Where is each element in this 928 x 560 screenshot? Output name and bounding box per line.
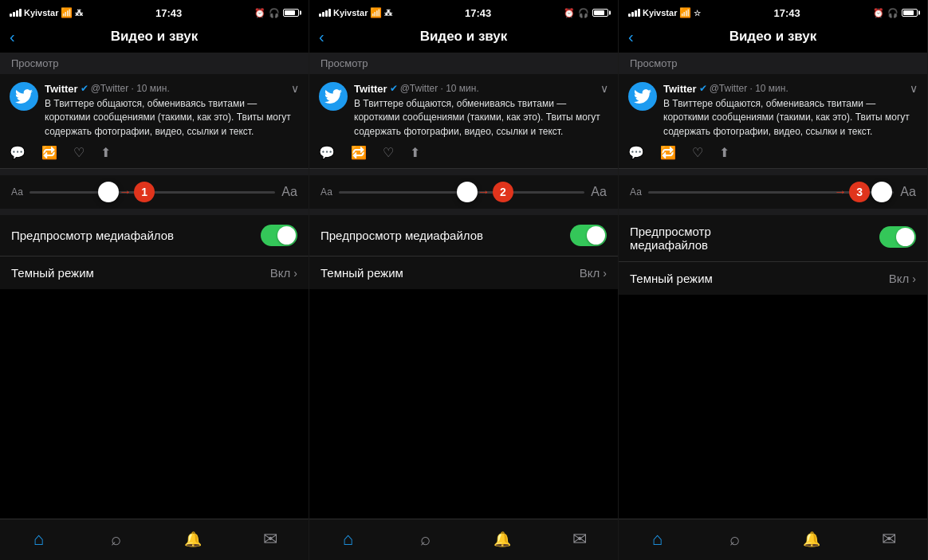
dark-mode-row-3[interactable]: Темный режим Вкл › bbox=[619, 262, 927, 295]
tweet-more-2[interactable]: ∨ bbox=[600, 82, 608, 95]
media-preview-label-3: Предпросмотр медиафайлов bbox=[630, 225, 711, 252]
like-icon-3[interactable]: ♡ bbox=[692, 145, 703, 160]
tab-notifications-2[interactable]: 🔔 bbox=[464, 531, 541, 548]
verified-icon-2: ✔ bbox=[390, 83, 398, 94]
search-icon-3: ⌕ bbox=[729, 529, 740, 550]
tweet-avatar-1 bbox=[10, 82, 38, 111]
tab-messages-1[interactable]: ✉ bbox=[231, 529, 309, 550]
carrier-name-3: Kyivstar bbox=[643, 8, 677, 18]
nav-bar-3: ‹ Видео и звук bbox=[619, 22, 927, 53]
dark-mode-value-3: Вкл bbox=[889, 272, 910, 285]
tab-messages-2[interactable]: ✉ bbox=[541, 529, 618, 550]
tab-search-2[interactable]: ⌕ bbox=[387, 529, 464, 550]
tweet-more-3[interactable]: ∨ bbox=[910, 82, 918, 95]
media-preview-label-2: Предпросмотр медиафайлов bbox=[320, 229, 483, 242]
dark-mode-right-1: Вкл › bbox=[270, 266, 297, 280]
dark-mode-row-2[interactable]: Темный режим Вкл › bbox=[309, 257, 618, 289]
tweet-handle-3: @Twitter · 10 мин. bbox=[710, 83, 788, 94]
dark-mode-label-3: Темный режим bbox=[630, 272, 713, 285]
tweet-content-3: Twitter ✔ @Twitter · 10 мин. ∨ В Твиттер… bbox=[663, 82, 918, 139]
mail-icon-2: ✉ bbox=[572, 529, 587, 550]
chevron-right-1: › bbox=[293, 267, 297, 280]
mail-icon-1: ✉ bbox=[263, 529, 277, 550]
back-button-2[interactable]: ‹ bbox=[319, 28, 324, 46]
status-bar-1: Kyivstar 📶 ⁂ 17:43 ⏰ 🎧 bbox=[0, 0, 309, 22]
wifi-icon-2: 📶 bbox=[370, 7, 382, 18]
slider-track-1[interactable]: → 1 bbox=[29, 191, 275, 194]
like-icon-1[interactable]: ♡ bbox=[73, 145, 85, 160]
search-icon-1: ⌕ bbox=[111, 529, 121, 550]
tab-search-1[interactable]: ⌕ bbox=[77, 529, 155, 550]
status-time-2: 17:43 bbox=[465, 7, 491, 19]
signal-bars-3 bbox=[628, 9, 640, 17]
slider-track-3[interactable]: → 3 bbox=[648, 191, 894, 194]
comment-icon-1[interactable]: 💬 bbox=[10, 145, 26, 160]
arrow-right-2: → bbox=[478, 185, 490, 199]
section-label-2: Просмотр bbox=[309, 53, 618, 74]
tweet-meta-1: Twitter ✔ @Twitter · 10 мин. ∨ bbox=[45, 82, 299, 95]
status-carrier-3: Kyivstar 📶 ☆ bbox=[628, 7, 701, 18]
signal-extra-1: ⁂ bbox=[75, 9, 83, 18]
slider-thumb-1[interactable] bbox=[98, 182, 119, 202]
share-icon-1[interactable]: ⬆ bbox=[100, 145, 111, 160]
home-icon-2: ⌂ bbox=[343, 529, 353, 550]
back-button-3[interactable]: ‹ bbox=[628, 28, 634, 46]
tweet-avatar-2 bbox=[319, 82, 348, 111]
font-size-row-1: Аа → 1 Аа bbox=[0, 175, 309, 209]
back-button-1[interactable]: ‹ bbox=[10, 28, 15, 46]
tweet-handle-1: @Twitter · 10 мин. bbox=[91, 83, 170, 94]
status-bar-2: Kyivstar 📶 ⁂ 17:43 ⏰ 🎧 bbox=[309, 0, 618, 22]
tab-home-1[interactable]: ⌂ bbox=[0, 529, 77, 550]
nav-title-2: Видео и звук bbox=[420, 29, 508, 45]
toggle-knob-2 bbox=[587, 226, 605, 245]
twitter-bird-icon-3 bbox=[634, 88, 651, 105]
divider-2a bbox=[309, 169, 618, 175]
comment-icon-3[interactable]: 💬 bbox=[628, 145, 644, 160]
tweet-avatar-3 bbox=[628, 82, 657, 111]
comment-icon-2[interactable]: 💬 bbox=[319, 145, 335, 160]
media-preview-toggle-3[interactable] bbox=[879, 226, 916, 248]
battery-icon-3 bbox=[902, 9, 918, 17]
search-icon-2: ⌕ bbox=[420, 529, 431, 550]
retweet-icon-2[interactable]: 🔁 bbox=[351, 145, 367, 160]
battery-icon-2 bbox=[592, 9, 608, 17]
share-icon-2[interactable]: ⬆ bbox=[410, 145, 420, 160]
share-icon-3[interactable]: ⬆ bbox=[719, 145, 729, 160]
dark-mode-right-2: Вкл › bbox=[580, 266, 607, 280]
bell-icon-3: 🔔 bbox=[803, 531, 820, 548]
media-preview-toggle-1[interactable] bbox=[261, 225, 297, 246]
tweet-handle-2: @Twitter · 10 мин. bbox=[400, 83, 479, 94]
dark-mode-row-1[interactable]: Темный режим Вкл › bbox=[0, 257, 309, 289]
alarm-icon-1: ⏰ bbox=[254, 8, 265, 18]
nav-bar-2: ‹ Видео и звук bbox=[309, 22, 618, 53]
wifi-icon-3: 📶 bbox=[679, 7, 691, 18]
retweet-icon-1[interactable]: 🔁 bbox=[41, 145, 57, 160]
divider-2b bbox=[309, 209, 618, 215]
slider-thumb-2[interactable] bbox=[457, 182, 478, 202]
slider-track-2[interactable]: → 2 bbox=[339, 191, 584, 194]
tab-notifications-1[interactable]: 🔔 bbox=[155, 531, 232, 548]
font-size-row-3: Аа → 3 Аа bbox=[619, 175, 927, 209]
tweet-more-1[interactable]: ∨ bbox=[291, 82, 299, 95]
divider-1a bbox=[0, 169, 309, 175]
headphones-icon-3: 🎧 bbox=[887, 8, 899, 18]
slider-thumb-3[interactable] bbox=[871, 182, 892, 202]
tweet-name-3: Twitter bbox=[663, 83, 697, 95]
tab-messages-3[interactable]: ✉ bbox=[850, 529, 927, 550]
toggle-knob-1 bbox=[277, 226, 296, 245]
media-preview-toggle-2[interactable] bbox=[570, 225, 607, 246]
bell-icon-1: 🔔 bbox=[184, 531, 202, 548]
like-icon-2[interactable]: ♡ bbox=[383, 145, 394, 160]
toggle-knob-3 bbox=[896, 228, 914, 246]
section-label-3: Просмотр bbox=[619, 53, 927, 74]
tab-search-3[interactable]: ⌕ bbox=[696, 529, 773, 550]
tab-notifications-3[interactable]: 🔔 bbox=[773, 531, 851, 548]
arrow-right-1: → bbox=[119, 185, 132, 199]
tab-home-2[interactable]: ⌂ bbox=[309, 529, 387, 550]
tab-home-3[interactable]: ⌂ bbox=[619, 529, 696, 550]
mail-icon-3: ✉ bbox=[882, 529, 896, 550]
tweet-content-2: Twitter ✔ @Twitter · 10 мин. ∨ В Твиттер… bbox=[354, 82, 608, 139]
status-icons-1: ⏰ 🎧 bbox=[254, 8, 299, 18]
retweet-icon-3[interactable]: 🔁 bbox=[660, 145, 676, 160]
verified-icon-1: ✔ bbox=[81, 83, 88, 94]
